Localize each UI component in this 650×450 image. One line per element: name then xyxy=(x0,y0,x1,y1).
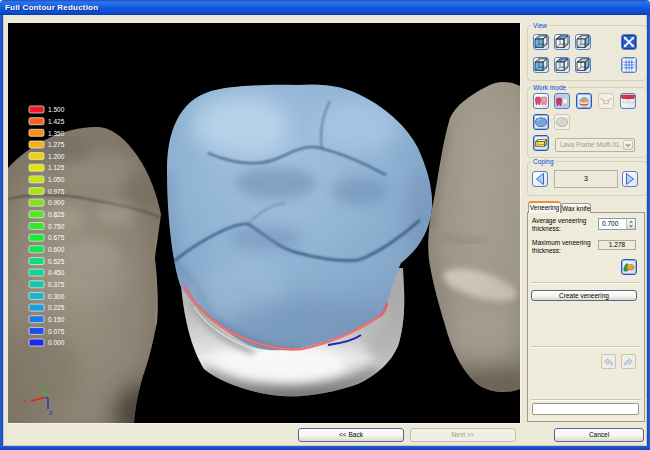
svg-text:0.375: 0.375 xyxy=(48,281,65,288)
svg-text:0.450: 0.450 xyxy=(48,269,65,276)
svg-text:1.125: 1.125 xyxy=(48,164,65,171)
svg-text:0.000: 0.000 xyxy=(48,339,65,346)
svg-text:0.075: 0.075 xyxy=(48,328,65,335)
svg-text:0.675: 0.675 xyxy=(48,234,65,241)
svg-text:X: X xyxy=(23,398,27,404)
svg-text:1.425: 1.425 xyxy=(48,118,65,125)
svg-text:0.825: 0.825 xyxy=(48,211,65,218)
svg-text:Z: Z xyxy=(49,410,53,416)
svg-text:1.050: 1.050 xyxy=(48,176,65,183)
svg-text:0.225: 0.225 xyxy=(48,304,65,311)
svg-text:Y: Y xyxy=(41,379,45,385)
svg-text:1.275: 1.275 xyxy=(48,141,65,148)
svg-text:1.500: 1.500 xyxy=(48,106,65,113)
svg-text:0.900: 0.900 xyxy=(48,199,65,206)
svg-text:0.975: 0.975 xyxy=(48,188,65,195)
svg-text:0.300: 0.300 xyxy=(48,293,65,300)
svg-text:1.350: 1.350 xyxy=(48,130,65,137)
svg-text:0.750: 0.750 xyxy=(48,223,65,230)
svg-text:0.150: 0.150 xyxy=(48,316,65,323)
svg-text:0.525: 0.525 xyxy=(48,258,65,265)
svg-text:0.600: 0.600 xyxy=(48,246,65,253)
svg-text:1.200: 1.200 xyxy=(48,153,65,160)
